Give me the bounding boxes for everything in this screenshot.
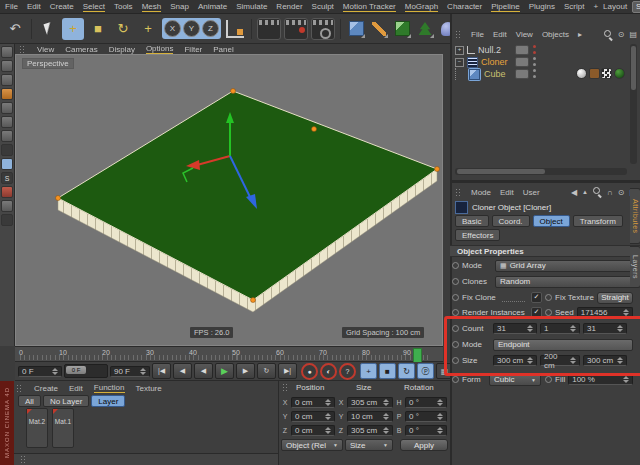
material-name[interactable]: Mat.2: [27, 418, 47, 425]
texture-mode-button[interactable]: [1, 74, 13, 86]
spinner-icon[interactable]: [382, 427, 389, 434]
position-y-field[interactable]: 0 cm: [295, 412, 312, 421]
tab-no-layer[interactable]: No Layer: [43, 395, 89, 407]
model-mode-button[interactable]: [1, 60, 13, 72]
material-tag-green[interactable]: [614, 68, 625, 79]
om-menu-edit[interactable]: Edit: [493, 30, 507, 39]
menu-tools[interactable]: Tools: [114, 2, 133, 11]
play-button[interactable]: ▶: [215, 363, 234, 379]
spinner-icon[interactable]: [526, 325, 533, 332]
tab-transform[interactable]: Transform: [573, 215, 623, 227]
menu-select[interactable]: Select: [83, 2, 105, 12]
render-instances-checkbox[interactable]: ✓: [531, 307, 542, 318]
rotation-h-field[interactable]: 0 °: [409, 398, 419, 407]
animation-dot-icon[interactable]: [452, 309, 459, 316]
tab-coord[interactable]: Coord.: [492, 215, 530, 227]
animation-dot-icon[interactable]: [545, 309, 552, 316]
position-x-field[interactable]: 0 cm: [295, 398, 312, 407]
coordinate-mode-select[interactable]: Object (Rel ▼: [281, 439, 343, 451]
size-y-field[interactable]: 200 cm: [544, 352, 569, 370]
layer-chip[interactable]: [515, 69, 529, 79]
menu-mograph[interactable]: MoGraph: [405, 2, 438, 12]
rotation-b-field[interactable]: 0 °: [409, 426, 419, 435]
om-menu-view[interactable]: View: [516, 30, 533, 39]
dock-handle-icon[interactable]: [19, 45, 26, 54]
fix-texture-select[interactable]: Straight: [597, 292, 633, 304]
spinner-icon[interactable]: [622, 309, 629, 316]
panel-divider[interactable]: [450, 180, 640, 183]
options-icon[interactable]: ⊙: [618, 188, 625, 197]
menu-sculpt[interactable]: Sculpt: [312, 2, 334, 11]
object-name-cloner[interactable]: Cloner: [481, 57, 508, 67]
visibility-dots-icon[interactable]: [533, 45, 537, 55]
spinner-icon[interactable]: [436, 427, 443, 434]
menu-overflow-arrow-icon[interactable]: ▸: [578, 30, 582, 39]
viewport-menu-filter[interactable]: Filter: [184, 45, 202, 54]
spinner-icon[interactable]: [382, 413, 389, 420]
menu-render[interactable]: Render: [276, 2, 302, 11]
viewport-canvas[interactable]: Perspective FPS : 26.0 Grid Spacing : 10…: [15, 54, 443, 346]
record-parameter-toggle[interactable]: Ⓟ: [417, 363, 434, 379]
clones-select[interactable]: Random: [495, 276, 633, 288]
dock-handle-icon[interactable]: [282, 383, 289, 392]
om-menu-file[interactable]: File: [471, 30, 484, 39]
y-axis-lock-button[interactable]: Y: [183, 20, 200, 37]
make-editable-button[interactable]: [1, 46, 13, 58]
last-used-tool[interactable]: +: [137, 18, 159, 40]
dock-handle-icon[interactable]: [20, 455, 27, 464]
record-scale-toggle[interactable]: ■: [379, 363, 396, 379]
form-select[interactable]: Cubic ▼: [489, 374, 541, 386]
mode2-select[interactable]: Endpoint: [493, 339, 633, 351]
spinner-icon[interactable]: [436, 399, 443, 406]
keyframe-selection-button[interactable]: ?: [339, 363, 356, 380]
tab-layers-vertical[interactable]: Layers: [630, 246, 640, 288]
checker-tag[interactable]: [601, 68, 612, 79]
layer-chip[interactable]: [515, 57, 529, 67]
tweak-mode-button[interactable]: [1, 158, 13, 170]
back-icon[interactable]: ◀: [571, 188, 577, 197]
layer-chip[interactable]: [515, 45, 529, 55]
viewport-3d-scene[interactable]: [16, 55, 442, 345]
workplane-mode-button[interactable]: [1, 88, 13, 100]
menu-animate[interactable]: Animate: [198, 2, 227, 11]
spinner-icon[interactable]: [324, 413, 331, 420]
count-y-field[interactable]: 1: [544, 324, 548, 333]
object-row-null2[interactable]: + Null.2: [455, 44, 631, 56]
menu-simulate[interactable]: Simulate: [236, 2, 267, 11]
size-z-field[interactable]: 300 cm: [587, 356, 613, 365]
object-name-null2[interactable]: Null.2: [478, 45, 501, 55]
live-selection-tool[interactable]: [37, 18, 59, 40]
timeline-ruler[interactable]: 0 10 20 30 40 50 60 70 80 90 F: [15, 346, 443, 362]
viewport-menu-options[interactable]: Options: [146, 44, 174, 54]
material-menu-function[interactable]: Function: [94, 383, 125, 393]
next-frame-button[interactable]: ▶: [236, 363, 255, 379]
timeline-playhead[interactable]: [413, 348, 422, 363]
previous-frame-button[interactable]: ◀: [194, 363, 213, 379]
animation-dot-icon[interactable]: [452, 357, 459, 364]
animation-dot-icon[interactable]: [545, 294, 552, 301]
filter-icon[interactable]: ⊙: [618, 30, 625, 39]
dock-handle-icon[interactable]: [455, 30, 462, 39]
quantize-button[interactable]: [1, 200, 13, 212]
generators-button[interactable]: [392, 19, 412, 39]
tab-attributes-vertical[interactable]: Attributes: [630, 188, 640, 244]
spinner-icon[interactable]: [324, 427, 331, 434]
history-icon[interactable]: ∩: [607, 188, 613, 197]
dock-handle-icon[interactable]: [16, 384, 23, 393]
spinner-icon[interactable]: [51, 368, 58, 375]
menu-edit[interactable]: Edit: [27, 2, 41, 11]
enable-axis-button[interactable]: [1, 144, 13, 156]
tab-all[interactable]: All: [18, 395, 41, 407]
animation-dot-icon[interactable]: [452, 294, 459, 301]
visibility-dots-icon[interactable]: [533, 57, 537, 67]
tab-object[interactable]: Object: [533, 215, 570, 227]
menu-layout[interactable]: Layout: [603, 2, 627, 11]
loop-button[interactable]: ↻: [257, 363, 276, 379]
polygons-mode-button[interactable]: [1, 130, 13, 142]
viewport-menu-cameras[interactable]: Cameras: [65, 45, 97, 54]
am-menu-edit[interactable]: Edit: [500, 188, 514, 197]
scrollbar-thumb[interactable]: [457, 169, 545, 174]
menu-script[interactable]: Script: [564, 2, 584, 11]
material-swatch[interactable]: Mat.1: [52, 408, 74, 448]
render-to-picture-viewer-button[interactable]: [284, 18, 308, 40]
